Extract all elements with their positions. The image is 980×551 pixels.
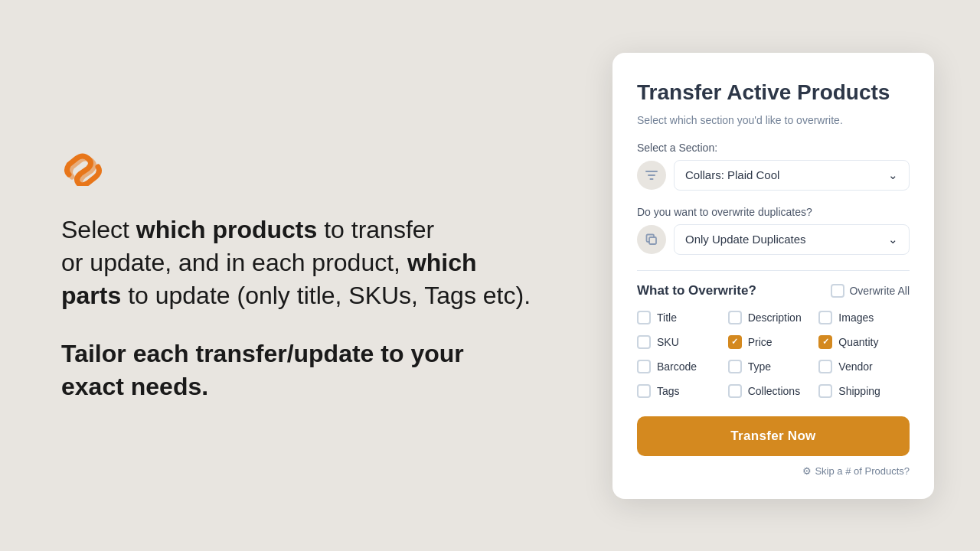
title-checkbox[interactable]: [637, 311, 651, 324]
duplicate-label: Do you want to overwrite duplicates?: [637, 206, 910, 218]
chevron-down-icon-2: ⌄: [888, 233, 898, 246]
overwrite-all-row[interactable]: Overwrite All: [831, 284, 910, 298]
collections-checkbox[interactable]: [728, 384, 742, 398]
vendor-checkbox[interactable]: [818, 360, 832, 373]
checkbox-collections[interactable]: Collections: [728, 384, 819, 398]
images-checkbox[interactable]: [818, 311, 832, 324]
logo: [61, 148, 582, 189]
overwrite-all-label: Overwrite All: [849, 285, 910, 297]
card-subtitle: Select which section you'd like to overw…: [637, 114, 910, 126]
tags-checkbox[interactable]: [637, 384, 651, 398]
price-checkbox[interactable]: [728, 335, 742, 349]
description-checkbox[interactable]: [728, 311, 742, 324]
quantity-label: Quantity: [838, 336, 878, 348]
barcode-checkbox[interactable]: [637, 360, 651, 373]
checkbox-description[interactable]: Description: [728, 311, 819, 324]
barcode-label: Barcode: [657, 360, 697, 373]
sub-description: Tailor each transfer/update to yourexact…: [61, 337, 582, 403]
checkbox-title[interactable]: Title: [637, 311, 728, 324]
chevron-down-icon: ⌄: [888, 168, 898, 182]
overwrite-header: What to Overwrite? Overwrite All: [637, 283, 910, 298]
quantity-checkbox[interactable]: [818, 335, 832, 349]
skip-label: Skip a # of Products?: [815, 465, 910, 477]
copy-icon: [637, 225, 666, 254]
overwrite-all-checkbox[interactable]: [831, 284, 844, 298]
section-value: Collars: Plaid Cool: [685, 168, 779, 181]
svg-rect-0: [649, 237, 656, 244]
checkbox-type[interactable]: Type: [728, 360, 819, 373]
checkbox-sku[interactable]: SKU: [637, 335, 728, 349]
section-dropdown[interactable]: Collars: Plaid Cool ⌄: [674, 160, 910, 191]
images-label: Images: [838, 311, 874, 324]
transfer-now-button[interactable]: Transfer Now: [637, 416, 910, 456]
duplicate-dropdown[interactable]: Only Update Duplicates ⌄: [674, 224, 910, 255]
title-label: Title: [657, 311, 677, 324]
section-select-row: Collars: Plaid Cool ⌄: [637, 160, 910, 191]
checkbox-quantity[interactable]: Quantity: [818, 335, 910, 349]
left-section: Select which products to transfer or upd…: [61, 148, 612, 403]
duplicate-select-row: Only Update Duplicates ⌄: [637, 224, 910, 255]
checkbox-tags[interactable]: Tags: [637, 384, 728, 398]
duplicate-value: Only Update Duplicates: [685, 233, 806, 246]
overwrite-title: What to Overwrite?: [637, 283, 756, 298]
shipping-checkbox[interactable]: [818, 384, 832, 398]
price-label: Price: [748, 336, 773, 348]
card-title: Transfer Active Products: [637, 80, 910, 105]
transfer-card: Transfer Active Products Select which se…: [612, 53, 934, 499]
sku-label: SKU: [657, 336, 679, 348]
filter-icon: [637, 161, 666, 190]
tags-label: Tags: [657, 385, 680, 397]
main-description: Select which products to transfer or upd…: [61, 214, 582, 313]
type-label: Type: [748, 360, 771, 373]
checkbox-vendor[interactable]: Vendor: [818, 360, 910, 373]
shipping-label: Shipping: [838, 385, 880, 397]
checkbox-images[interactable]: Images: [818, 311, 910, 324]
skip-link[interactable]: ⚙ Skip a # of Products?: [637, 464, 910, 478]
sku-checkbox[interactable]: [637, 335, 651, 349]
vendor-label: Vendor: [838, 360, 872, 373]
checkbox-price[interactable]: Price: [728, 335, 819, 349]
checkbox-shipping[interactable]: Shipping: [818, 384, 910, 398]
page-container: Select which products to transfer or upd…: [0, 0, 980, 551]
collections-label: Collections: [748, 385, 800, 397]
checkbox-grid: Title Description Images SKU Price Quant…: [637, 311, 910, 398]
skip-icon: ⚙: [802, 465, 812, 477]
section-label: Select a Section:: [637, 142, 910, 154]
description-label: Description: [748, 311, 802, 324]
checkbox-barcode[interactable]: Barcode: [637, 360, 728, 373]
divider: [637, 270, 910, 271]
type-checkbox[interactable]: [728, 360, 742, 373]
